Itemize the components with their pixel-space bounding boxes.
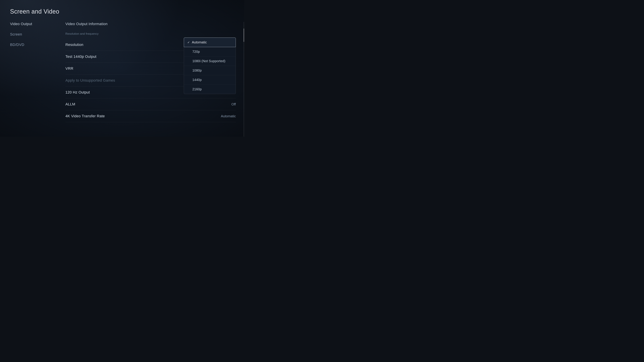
subsection-label: Resolution and frequency — [66, 32, 236, 35]
test-1440p-label: Test 1440p Output — [66, 54, 96, 59]
sidebar: Video Output Screen BD/DVD — [10, 22, 54, 47]
120hz-label: 120 Hz Output — [66, 90, 90, 94]
allm-row[interactable]: ALLM Off — [66, 98, 236, 110]
check-icon: ✓ — [187, 40, 190, 44]
resolution-dropdown[interactable]: ✓ Automatic 720p 1080i (Not Supported) 1… — [184, 37, 236, 94]
scrollbar-thumb — [244, 28, 244, 42]
sidebar-item-screen[interactable]: Screen — [10, 32, 54, 36]
sidebar-item-video-output[interactable]: Video Output — [10, 22, 54, 26]
option-1440p[interactable]: 1440p — [184, 75, 236, 85]
4k-transfer-row[interactable]: 4K Video Transfer Rate Automatic — [66, 110, 236, 122]
dropdown-selected[interactable]: ✓ Automatic — [184, 37, 236, 47]
vrr-label: VRR — [66, 66, 73, 71]
dropdown-list: 720p 1080i (Not Supported) 1080p 1440p 2… — [184, 47, 236, 94]
allm-value: Off — [232, 102, 236, 106]
page-title: Screen and Video — [10, 8, 59, 15]
option-720p[interactable]: 720p — [184, 47, 236, 56]
apply-unsupported-label: Apply to Unsupported Games — [66, 78, 115, 83]
scrollbar[interactable] — [244, 22, 244, 137]
allm-label: ALLM — [66, 102, 75, 106]
option-1080p[interactable]: 1080p — [184, 66, 236, 75]
main-content: Video Output Information Resolution and … — [66, 22, 241, 137]
section-title: Video Output Information — [66, 22, 236, 26]
option-2160p[interactable]: 2160p — [184, 85, 236, 94]
resolution-row: Resolution ✓ Automatic 720p 1080i (Not S… — [66, 39, 236, 51]
dropdown-selected-value: Automatic — [192, 40, 207, 44]
option-1080i[interactable]: 1080i (Not Supported) — [184, 56, 236, 66]
4k-transfer-value: Automatic — [221, 114, 236, 118]
resolution-label: Resolution — [66, 42, 83, 47]
sidebar-item-bd-dvd[interactable]: BD/DVD — [10, 42, 54, 47]
4k-transfer-label: 4K Video Transfer Rate — [66, 114, 105, 118]
